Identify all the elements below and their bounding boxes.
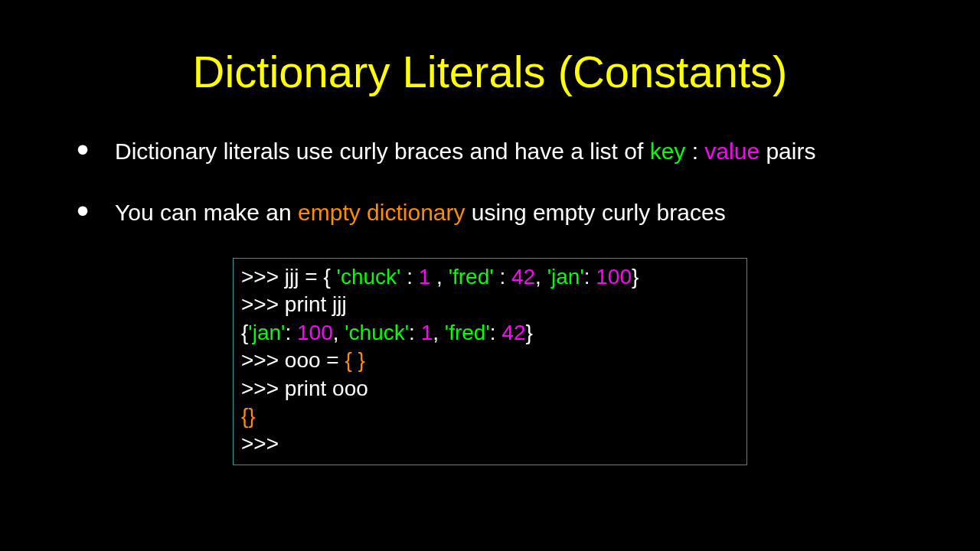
slide: Dictionary Literals (Constants) Dictiona… xyxy=(0,0,980,551)
code-l1-key3: 'jan' xyxy=(547,265,584,289)
slide-title: Dictionary Literals (Constants) xyxy=(69,46,911,97)
code-l4-braces: { } xyxy=(345,348,364,372)
bullet-1-text-1: Dictionary literals use curly braces and… xyxy=(115,139,650,164)
bullet-2-text-2: an xyxy=(266,200,298,225)
code-l1-prompt: >>> jjj = { xyxy=(241,265,337,289)
code-line-2: >>> print jjj xyxy=(241,291,739,318)
code-line-6: {} xyxy=(241,403,739,430)
bullet-list: Dictionary literals use curly braces and… xyxy=(69,135,911,229)
code-l3-val2: 1 xyxy=(421,321,433,344)
code-l1-key1: 'chuck' xyxy=(337,265,401,289)
code-l3-val1: 100 xyxy=(297,321,333,344)
bullet-2-text-3: using empty curly braces xyxy=(466,200,726,225)
bullet-1: Dictionary literals use curly braces and… xyxy=(69,135,911,168)
code-l1-val1: 1 xyxy=(419,265,431,289)
code-l1-s1: , xyxy=(430,265,448,289)
code-line-3: {'jan': 100, 'chuck': 1, 'fred': 42} xyxy=(241,319,739,347)
bullet-1-colon: : xyxy=(685,139,704,164)
code-l1-c1: : xyxy=(400,265,418,289)
code-l3-c3: : xyxy=(490,321,502,344)
bullet-2-empty-dict: empty dictionary xyxy=(298,200,465,225)
code-l3-c2: : xyxy=(409,321,421,344)
bullet-2: You can make an empty dictionary using e… xyxy=(69,197,911,229)
code-l3-s3: } xyxy=(525,321,532,344)
code-l1-val3: 100 xyxy=(596,265,632,289)
code-line-7: >>> xyxy=(241,430,739,458)
code-line-1: >>> jjj = { 'chuck' : 1 , 'fred' : 42, '… xyxy=(241,263,739,291)
code-l3-s1: , xyxy=(333,321,345,344)
code-example: >>> jjj = { 'chuck' : 1 , 'fred' : 42, '… xyxy=(233,258,747,465)
code-l1-c2: : xyxy=(494,265,511,289)
code-line-5: >>> print ooo xyxy=(241,375,739,403)
code-l3-val3: 42 xyxy=(501,321,525,344)
code-l3-s2: , xyxy=(433,321,445,344)
bullet-1-key: key xyxy=(650,139,686,164)
code-l1-c3: : xyxy=(584,265,596,289)
code-l3-open: { xyxy=(241,321,248,344)
bullet-2-text-1: You can make xyxy=(115,200,266,225)
code-l1-key2: 'fred' xyxy=(449,265,494,289)
bullet-1-text-2: pairs xyxy=(760,139,815,164)
code-l4-prompt: >>> ooo = xyxy=(241,348,345,372)
code-line-4: >>> ooo = { } xyxy=(241,347,739,374)
code-l3-key3: 'fred' xyxy=(445,321,490,344)
code-l3-key1: 'jan' xyxy=(248,321,285,344)
code-l3-key2: 'chuck' xyxy=(345,321,409,344)
code-l1-s3: } xyxy=(632,265,639,289)
code-l1-s2: , xyxy=(535,265,547,289)
bullet-1-value: value xyxy=(704,139,760,164)
code-l3-c1: : xyxy=(285,321,297,344)
code-l1-val2: 42 xyxy=(511,265,535,289)
